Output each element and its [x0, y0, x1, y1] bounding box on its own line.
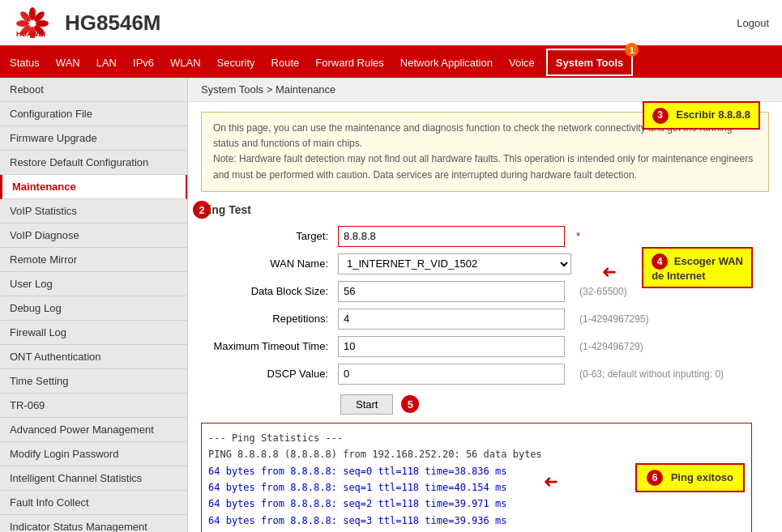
logo: HUAWEI — [13, 7, 52, 38]
sidebar: Reboot Configuration File Firmware Upgra… — [0, 78, 188, 532]
annotation-badge-5: 5 — [401, 395, 419, 413]
ping-test-title: Ping Test — [201, 203, 769, 216]
nav-bar: Status WAN LAN IPv6 WLAN Security Route … — [0, 47, 782, 78]
annotation-bubble-ping: 6 Ping exitoso — [635, 463, 745, 492]
nav-item-network-application[interactable]: Network Application — [392, 47, 501, 78]
annotation-label-ping: Ping exitoso — [671, 471, 733, 483]
main-layout: Reboot Configuration File Firmware Upgra… — [0, 78, 782, 532]
form-cell-block-size — [335, 278, 575, 305]
annotation-badge-3: 3 — [652, 108, 669, 124]
system-tools-label: System Tools — [556, 57, 624, 69]
sidebar-item-voip-diagnose[interactable]: VoIP Diagnose — [0, 223, 187, 248]
nav-item-system-tools[interactable]: System Tools 1 — [546, 49, 634, 76]
nav-item-forward-rules[interactable]: Forward Rules — [307, 47, 392, 78]
annotation-badge-6: 6 — [647, 470, 663, 486]
form-row-target: Target: * — [201, 223, 724, 250]
sidebar-item-tr069[interactable]: TR-069 — [0, 394, 187, 418]
sidebar-item-reboot[interactable]: Reboot — [0, 78, 187, 102]
block-size-input[interactable] — [338, 281, 565, 302]
sidebar-item-time-setting[interactable]: Time Setting — [0, 369, 187, 394]
content-area: On this page, you can use the maintenanc… — [188, 102, 782, 532]
timeout-input[interactable] — [338, 336, 565, 357]
header: HUAWEI HG8546M Logout — [0, 0, 782, 47]
annotation-bubble-escribir: 3 Escribir 8.8.8.8 — [643, 101, 760, 130]
info-box: On this page, you can use the maintenanc… — [201, 112, 769, 192]
nav-badge: 1 — [625, 43, 639, 57]
repetitions-input[interactable] — [338, 309, 565, 330]
wan-arrow: ➜ — [602, 262, 617, 283]
nav-item-ipv6[interactable]: IPv6 — [125, 47, 162, 78]
sidebar-item-ont-auth[interactable]: ONT Authentication — [0, 345, 187, 369]
timeout-hint: (1-429496729) — [575, 333, 724, 360]
repetitions-hint: (1-4294967295) — [575, 305, 724, 333]
form-label-block-size: Data Block Size: — [201, 278, 335, 305]
sidebar-item-indicator-status[interactable]: Indicator Status Management — [0, 515, 187, 532]
nav-item-wan[interactable]: WAN — [48, 47, 88, 78]
sidebar-item-modify-password[interactable]: Modify Login Password — [0, 442, 187, 466]
form-cell-dscp — [335, 360, 575, 388]
dscp-hint: (0-63; default without inputting: 0) — [575, 360, 724, 388]
form-label-repetitions: Repetitions: — [201, 305, 335, 333]
nav-item-status[interactable]: Status — [2, 47, 48, 78]
breadcrumb: System Tools > Maintenance — [188, 78, 782, 102]
annotation-bubble-wan: 4 Escoger WANde Internet — [642, 247, 753, 288]
form-cell-repetitions — [335, 305, 575, 333]
nav-item-wlan[interactable]: WLAN — [162, 47, 209, 78]
annotation-badge-4: 4 — [652, 253, 668, 270]
sidebar-item-power-mgmt[interactable]: Advanced Power Management — [0, 418, 187, 442]
nav-item-lan[interactable]: LAN — [88, 47, 125, 78]
wan-name-select[interactable]: 1_INTERNET_R_VID_1502 — [338, 253, 571, 275]
svg-text:HUAWEI: HUAWEI — [16, 30, 45, 38]
nav-item-security[interactable]: Security — [209, 47, 263, 78]
device-title: HG8546M — [65, 11, 737, 36]
form-row-timeout: Maximum Timeout Time: (1-429496729) — [201, 333, 724, 360]
form-label-wan: WAN Name: — [201, 250, 335, 278]
form-row-repetitions: Repetitions: (1-4294967295) — [201, 305, 724, 333]
form-cell-timeout — [335, 333, 575, 360]
target-required-star: * — [575, 223, 724, 250]
info-text: On this page, you can use the maintenanc… — [213, 121, 757, 183]
annotation-badge-sidebar: 2 — [193, 201, 211, 219]
sidebar-item-maintenance[interactable]: Maintenance — [0, 175, 187, 199]
main-content: System Tools > Maintenance On this page,… — [188, 78, 782, 532]
form-cell-wan: 1_INTERNET_R_VID_1502 — [335, 250, 575, 278]
sidebar-item-fault-info[interactable]: Fault Info Collect — [0, 491, 187, 515]
nav-item-voice[interactable]: Voice — [501, 47, 543, 78]
sidebar-item-firewall-log[interactable]: Firewall Log — [0, 321, 187, 345]
start-button[interactable]: Start — [340, 394, 393, 415]
sidebar-item-remote-mirror[interactable]: Remote Mirror — [0, 248, 187, 272]
annotation-label-escribir: Escribir 8.8.8.8 — [676, 109, 750, 121]
sidebar-item-channel-stats[interactable]: Intelligent Channel Statistics — [0, 466, 187, 491]
form-label-target: Target: — [201, 223, 335, 250]
sidebar-item-restore[interactable]: Restore Default Configuration — [0, 151, 187, 175]
form-label-timeout: Maximum Timeout Time: — [201, 333, 335, 360]
dscp-input[interactable] — [338, 364, 565, 385]
sidebar-item-user-log[interactable]: User Log — [0, 272, 187, 296]
form-label-dscp: DSCP Value: — [201, 360, 335, 388]
nav-item-route[interactable]: Route — [263, 47, 308, 78]
sidebar-item-config-file[interactable]: Configuration File — [0, 102, 187, 126]
huawei-logo-icon: HUAWEI — [13, 7, 52, 38]
sidebar-item-voip-stats[interactable]: VoIP Statistics — [0, 199, 187, 223]
sidebar-item-debug-log[interactable]: Debug Log — [0, 296, 187, 321]
ping-test-section: Ping Test Target: * WAN Name: — [201, 203, 769, 532]
sidebar-item-firmware[interactable]: Firmware Upgrade — [0, 126, 187, 151]
form-cell-target — [335, 223, 575, 250]
output-arrow: ➜ — [544, 471, 558, 492]
logout-button[interactable]: Logout — [737, 17, 769, 29]
form-row-dscp: DSCP Value: (0-63; default without input… — [201, 360, 724, 388]
target-input[interactable] — [338, 226, 565, 247]
